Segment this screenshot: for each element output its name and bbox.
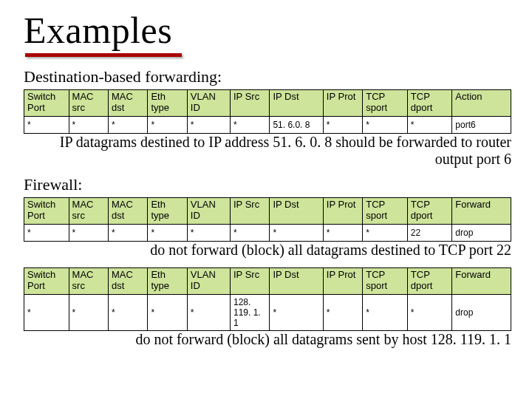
table-row: * * * * * 128. 119. 1. 1 * * * * drop bbox=[24, 295, 511, 331]
col-tcp-dport: TCP dport bbox=[407, 90, 452, 117]
col-vlan-id: VLAN ID bbox=[187, 90, 230, 117]
table-header-row: Switch Port MAC src MAC dst Eth type VLA… bbox=[24, 90, 511, 117]
page-title: Examples bbox=[24, 9, 511, 52]
table-firewall-2: Switch Port MAC src MAC dst Eth type VLA… bbox=[24, 267, 511, 331]
caption-fw2: do not forward (block) all datagrams sen… bbox=[24, 331, 511, 348]
table-dest-forwarding: Switch Port MAC src MAC dst Eth type VLA… bbox=[24, 89, 511, 134]
col-eth-type: Eth type bbox=[148, 90, 187, 117]
col-action: Action bbox=[452, 90, 511, 117]
col-ip-prot: IP Prot bbox=[323, 90, 362, 117]
section-heading-dest: Destination-based forwarding: bbox=[24, 67, 511, 86]
table-row: * * * * * * 51. 6.0. 8 * * * port6 bbox=[24, 117, 511, 134]
col-tcp-sport: TCP sport bbox=[363, 90, 408, 117]
title-underline bbox=[25, 53, 182, 57]
caption-dest: IP datagrams destined to IP address 51. … bbox=[24, 134, 511, 168]
table-row: * * * * * * * * * 22 drop bbox=[24, 225, 511, 242]
caption-fw1: do not forward (block) all datagrams des… bbox=[24, 242, 511, 259]
col-ip-src: IP Src bbox=[230, 90, 269, 117]
col-mac-dst: MAC dst bbox=[108, 90, 147, 117]
table-header-row: Switch Port MAC src MAC dst Eth type VLA… bbox=[24, 268, 511, 295]
section-heading-firewall: Firewall: bbox=[24, 175, 511, 194]
table-header-row: Switch Port MAC src MAC dst Eth type VLA… bbox=[24, 198, 511, 225]
col-mac-src: MAC src bbox=[69, 90, 108, 117]
col-ip-dst: IP Dst bbox=[270, 90, 323, 117]
col-switch-port: Switch Port bbox=[24, 90, 69, 117]
table-firewall-1: Switch Port MAC src MAC dst Eth type VLA… bbox=[24, 197, 511, 242]
